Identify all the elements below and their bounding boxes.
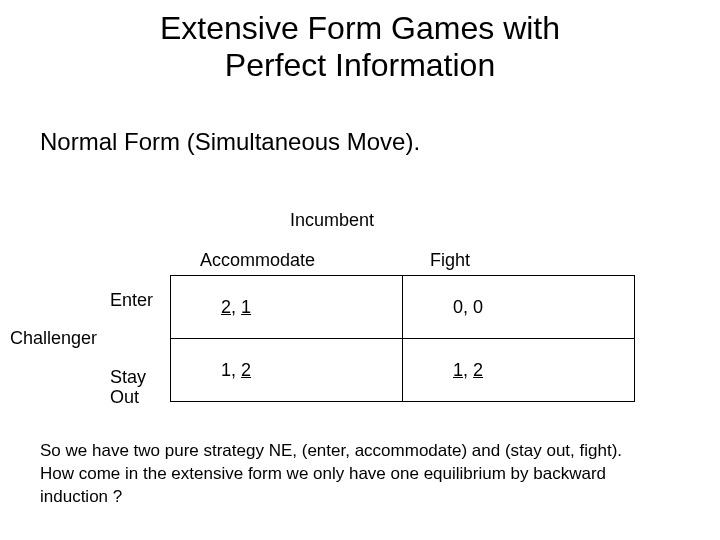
cell-enter-accommodate: 2, 1 <box>171 276 403 339</box>
footer-line-2: How come in the extensive form we only h… <box>40 464 606 483</box>
footer-text: So we have two pure strategy NE, (enter,… <box>40 440 680 509</box>
table-row: 1, 2 1, 2 <box>171 339 635 402</box>
subheading: Normal Form (Simultaneous Move). <box>40 128 420 156</box>
payoff-matrix: 2, 1 0, 0 1, 2 1, 2 <box>170 275 635 402</box>
row-stay-l2: Out <box>110 387 139 407</box>
row-player-label: Challenger <box>10 328 97 349</box>
row-header-enter: Enter <box>110 290 153 311</box>
row-header-stay-out: Stay Out <box>110 368 146 408</box>
column-player-label: Incumbent <box>290 210 374 231</box>
cell-stayout-fight: 1, 2 <box>403 339 635 402</box>
title-line-2: Perfect Information <box>225 47 495 83</box>
cell-enter-fight: 0, 0 <box>403 276 635 339</box>
footer-line-3: induction ? <box>40 487 122 506</box>
col-header-fight: Fight <box>430 250 470 271</box>
table-row: 2, 1 0, 0 <box>171 276 635 339</box>
title-line-1: Extensive Form Games with <box>160 10 560 46</box>
footer-line-1: So we have two pure strategy NE, (enter,… <box>40 441 622 460</box>
cell-stayout-accommodate: 1, 2 <box>171 339 403 402</box>
col-header-accommodate: Accommodate <box>200 250 315 271</box>
slide-title: Extensive Form Games with Perfect Inform… <box>0 10 720 84</box>
row-stay-l1: Stay <box>110 367 146 387</box>
